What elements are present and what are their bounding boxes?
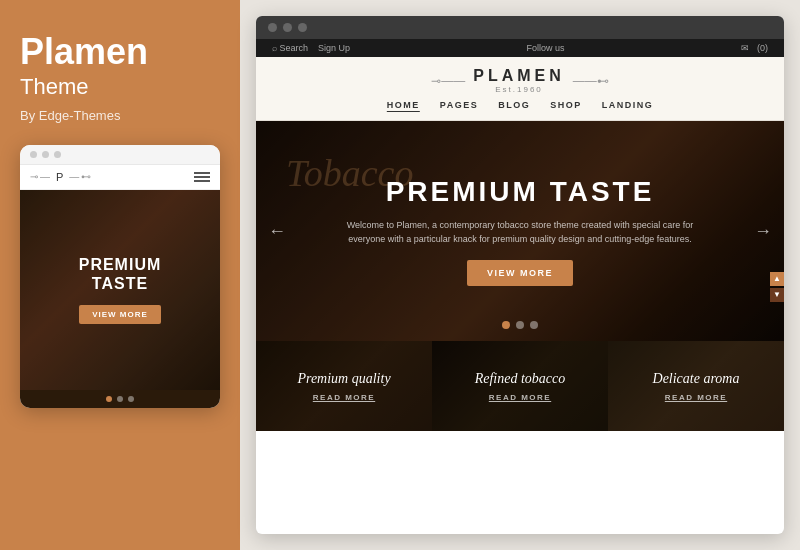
browser-dot-green [298, 23, 307, 32]
scroll-up-button[interactable]: ▲ [770, 272, 784, 286]
mobile-menu-line-1 [194, 172, 210, 174]
site-logo-deco-left: ⊸—— [431, 74, 465, 88]
hero-view-more-button[interactable]: VIEW MORE [467, 260, 573, 286]
mobile-hamburger-icon[interactable] [194, 172, 210, 182]
mobile-menu-line-3 [194, 180, 210, 182]
feature-boxes: Premium quality READ MORE Refined tobacc… [256, 341, 784, 431]
mobile-dot-3 [54, 151, 61, 158]
mobile-logo-deco-left: ⊸— [30, 171, 52, 182]
mobile-menu-line-2 [194, 176, 210, 178]
mail-icon[interactable]: ✉ [741, 43, 749, 53]
site-topbar-right: ✉ (0) [741, 43, 768, 53]
browser-window: ⌕ Search Sign Up Follow us ✉ (0) ⊸—— PLA… [256, 16, 784, 534]
feature-box-link-3[interactable]: READ MORE [665, 393, 727, 402]
search-link[interactable]: ⌕ Search [272, 43, 308, 53]
nav-link-pages[interactable]: PAGES [440, 100, 478, 110]
hero-title: PREMIUM TASTE [386, 176, 655, 208]
mobile-slide-dot-2 [117, 396, 123, 402]
site-logo-area: ⊸—— PLAMEN Est.1960 ——⊷ [431, 67, 609, 94]
feature-box-3: Delicate aroma READ MORE [608, 341, 784, 431]
hero-slide-dots [502, 321, 538, 329]
hero-slide-dot-1[interactable] [502, 321, 510, 329]
mobile-view-more-button[interactable]: VIEW MORE [79, 305, 162, 324]
mobile-hero-text: PREMIUM TASTE VIEW MORE [79, 255, 162, 324]
nav-link-blog[interactable]: BLOG [498, 100, 530, 110]
mobile-dot-2 [42, 151, 49, 158]
browser-dot-red [268, 23, 277, 32]
site-navbar: ⊸—— PLAMEN Est.1960 ——⊷ HOME PAGES BLOG … [256, 57, 784, 121]
mobile-logo-p: P [56, 171, 65, 183]
site-topbar-follow: Follow us [527, 43, 565, 53]
feature-box-1: Premium quality READ MORE [256, 341, 432, 431]
browser-content-wrapper: ⌕ Search Sign Up Follow us ✉ (0) ⊸—— PLA… [256, 39, 784, 534]
nav-link-landing[interactable]: LANDING [602, 100, 654, 110]
left-panel: Plamen Theme By Edge-Themes ⊸— P —⊷ [0, 0, 240, 550]
browser-top-bar [256, 16, 784, 39]
site-logo-text: PLAMEN Est.1960 [473, 67, 565, 94]
feature-box-title-1: Premium quality [297, 371, 390, 387]
feature-box-link-2[interactable]: READ MORE [489, 393, 551, 402]
site-logo-est: Est.1960 [473, 85, 565, 94]
scroll-indicator: ▲ ▼ [770, 272, 784, 302]
feature-box-link-1[interactable]: READ MORE [313, 393, 375, 402]
mobile-hero-title: PREMIUM TASTE [79, 255, 162, 293]
browser-content: ⌕ Search Sign Up Follow us ✉ (0) ⊸—— PLA… [256, 39, 784, 534]
mobile-card-top-bar [20, 145, 220, 165]
feature-box-content-2: Refined tobacco READ MORE [432, 341, 608, 431]
theme-subtitle: Theme [20, 74, 220, 100]
feature-box-2: Refined tobacco READ MORE [432, 341, 608, 431]
cart-icon[interactable]: (0) [757, 43, 768, 53]
hero-description: Welcome to Plamen, a contemporary tobacc… [340, 218, 700, 247]
site-topbar-left: ⌕ Search Sign Up [272, 43, 350, 53]
hero-slide-dot-3[interactable] [530, 321, 538, 329]
feature-box-content-1: Premium quality READ MORE [256, 341, 432, 431]
site-hero-section: Tobacco PREMIUM TASTE Welcome to Plamen,… [256, 121, 784, 341]
nav-link-shop[interactable]: SHOP [550, 100, 582, 110]
theme-author: By Edge-Themes [20, 108, 220, 123]
browser-dot-yellow [283, 23, 292, 32]
site-logo-name: PLAMEN [473, 67, 565, 85]
mobile-preview-card: ⊸— P —⊷ PREMIUM TASTE VIEW MORE [20, 145, 220, 408]
mobile-slide-dots [20, 390, 220, 408]
scroll-down-button[interactable]: ▼ [770, 288, 784, 302]
mobile-slide-dot-3 [128, 396, 134, 402]
signup-link[interactable]: Sign Up [318, 43, 350, 53]
right-panel: ⌕ Search Sign Up Follow us ✉ (0) ⊸—— PLA… [240, 0, 800, 550]
mobile-dot-1 [30, 151, 37, 158]
mobile-hero-section: PREMIUM TASTE VIEW MORE [20, 190, 220, 390]
feature-box-content-3: Delicate aroma READ MORE [608, 341, 784, 431]
hero-prev-arrow[interactable]: ← [268, 221, 286, 242]
site-nav-links: HOME PAGES BLOG SHOP LANDING [387, 100, 653, 110]
site-logo-deco-right: ——⊷ [573, 74, 609, 88]
hero-next-arrow[interactable]: → [754, 221, 772, 242]
hero-slide-dot-2[interactable] [516, 321, 524, 329]
mobile-logo: ⊸— P —⊷ [30, 171, 93, 183]
feature-box-title-2: Refined tobacco [475, 371, 566, 387]
mobile-nav-bar: ⊸— P —⊷ [20, 165, 220, 190]
mobile-logo-deco-right: —⊷ [69, 171, 93, 182]
site-topbar: ⌕ Search Sign Up Follow us ✉ (0) [256, 39, 784, 57]
feature-box-title-3: Delicate aroma [653, 371, 740, 387]
mobile-slide-dot-1 [106, 396, 112, 402]
nav-link-home[interactable]: HOME [387, 100, 420, 110]
hero-content: PREMIUM TASTE Welcome to Plamen, a conte… [256, 121, 784, 341]
theme-title: Plamen [20, 32, 220, 72]
